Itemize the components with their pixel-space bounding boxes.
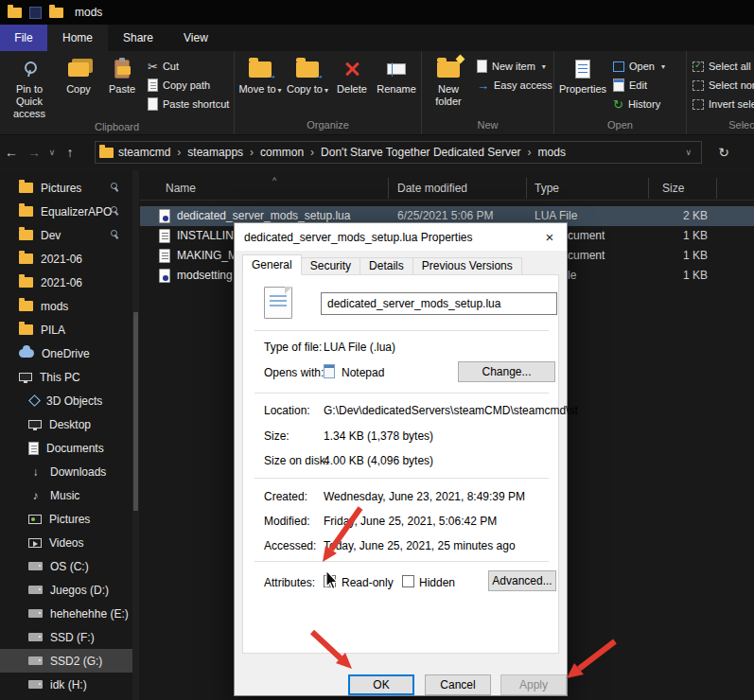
sidebar-item-onedrive[interactable]: OneDrive — [0, 341, 132, 365]
new-item-button[interactable]: New item ▾ — [473, 57, 554, 76]
back-icon[interactable]: ← — [0, 145, 23, 160]
copy-path-button[interactable]: Copy path — [144, 76, 233, 95]
select-none-button[interactable]: Select none — [689, 76, 754, 95]
advanced-button[interactable]: Advanced... — [488, 570, 556, 591]
sidebar-item-desktop[interactable]: Desktop — [0, 412, 132, 436]
sidebar-item-videos[interactable]: Videos — [0, 531, 132, 554]
breadcrumb-dst-server[interactable]: Don't Starve Together Dedicated Server — [316, 146, 526, 159]
sidebar-item-juegos-d[interactable]: Juegos (D:) — [0, 578, 132, 602]
refresh-icon[interactable]: ↻ — [711, 141, 736, 164]
tab-share[interactable]: Share — [108, 25, 168, 51]
sidebar-item-os-c[interactable]: OS (C:) — [0, 554, 132, 578]
sidebar-item-ssd-f[interactable]: SSD (F:) — [0, 625, 132, 649]
breadcrumb-mods[interactable]: mods — [534, 146, 570, 159]
copy-button[interactable]: Copy — [57, 53, 100, 120]
read-only-checkbox[interactable] — [324, 575, 336, 587]
sidebar-item-mods[interactable]: mods — [0, 294, 132, 318]
edit-label: Edit — [629, 79, 647, 91]
quick-access-toolbar-icon[interactable] — [29, 7, 42, 19]
paste-shortcut-icon — [148, 97, 158, 111]
sidebar-item-ssd2-g[interactable]: SSD2 (G:) — [0, 649, 132, 673]
dialog-titlebar: dedicated_server_mods_setup.lua Properti… — [235, 223, 567, 251]
sidebar-item-equalizerapo[interactable]: EqualizerAPO — [0, 200, 132, 223]
ok-button[interactable]: OK — [348, 674, 414, 695]
scrollbar-thumb[interactable] — [133, 312, 138, 511]
sidebar-item-pictures-quick[interactable]: Pictures — [0, 176, 132, 200]
breadcrumb-chevron-icon[interactable]: › — [248, 146, 255, 159]
tab-previous-versions[interactable]: Previous Versions — [412, 257, 522, 275]
sort-ascending-icon[interactable]: ^ — [272, 176, 276, 185]
column-divider[interactable] — [716, 178, 717, 199]
divider — [254, 393, 549, 394]
filename-input[interactable] — [321, 292, 557, 315]
sidebar-item-documents[interactable]: Documents — [0, 436, 132, 460]
change-button[interactable]: Change... — [458, 361, 555, 382]
sidebar-item-label: mods — [41, 300, 68, 313]
hidden-checkbox[interactable] — [402, 575, 414, 587]
sidebar-item-2021-06-a[interactable]: 2021-06 — [0, 247, 132, 271]
menu-file-button[interactable]: File — [0, 25, 47, 51]
tab-details[interactable]: Details — [359, 257, 413, 275]
column-header-size[interactable]: Size — [662, 182, 684, 195]
sidebar-item-pila[interactable]: PILA — [0, 318, 132, 341]
sidebar-scrollbar[interactable] — [132, 170, 139, 700]
sidebar-item-hehehehhe-e[interactable]: hehehehhe (E:) — [0, 602, 132, 625]
invert-selection-button[interactable]: Invert selection — [689, 95, 754, 114]
select-all-button[interactable]: Select all — [689, 57, 754, 76]
tab-home[interactable]: Home — [47, 25, 108, 51]
forward-icon[interactable]: → — [23, 145, 45, 160]
move-to-button[interactable]: Move to▾ — [237, 53, 284, 118]
new-folder-button[interactable]: New folder — [424, 53, 473, 118]
new-item-label: New item — [492, 61, 535, 72]
column-header-name[interactable]: Name — [166, 182, 196, 195]
cut-button[interactable]: ✂ Cut — [144, 57, 233, 76]
sidebar-item-idk-h[interactable]: idk (H:) — [0, 673, 132, 696]
breadcrumb-common[interactable]: common — [255, 146, 308, 159]
size-on-disk-label: Size on disk: — [264, 454, 328, 467]
sidebar-item-2021-06-b[interactable]: 2021-06 — [0, 271, 132, 294]
sidebar-item-this-pc[interactable]: This PC — [0, 365, 132, 389]
column-header-type[interactable]: Type — [535, 182, 559, 195]
sidebar-item-pictures[interactable]: Pictures — [0, 507, 132, 531]
address-bar[interactable]: steamcmd › steamapps › common › Don't St… — [95, 141, 702, 164]
file-size: 1 KB — [651, 229, 708, 242]
properties-button[interactable]: Properties — [556, 53, 609, 118]
sidebar-item-downloads[interactable]: ↓Downloads — [0, 460, 132, 483]
paste-shortcut-button[interactable]: Paste shortcut — [144, 95, 233, 114]
breadcrumb-steamapps[interactable]: steamapps — [183, 146, 248, 159]
apply-button[interactable]: Apply — [500, 674, 567, 695]
up-icon[interactable]: ↑ — [59, 145, 81, 160]
rename-button[interactable]: Rename — [373, 53, 420, 118]
paste-button[interactable]: Paste — [100, 53, 144, 120]
column-header-date-modified[interactable]: Date modified — [397, 182, 467, 195]
tab-security[interactable]: Security — [301, 257, 360, 275]
easy-access-button[interactable]: → Easy access ▾ — [473, 76, 554, 95]
new-folder-toolbar-icon[interactable] — [49, 8, 63, 18]
close-icon[interactable]: × — [533, 223, 567, 251]
edit-button[interactable]: Edit — [609, 76, 669, 95]
sidebar-item-music[interactable]: ♪Music — [0, 483, 132, 507]
tab-general[interactable]: General — [242, 254, 302, 275]
open-button[interactable]: Open ▾ — [609, 57, 669, 76]
sidebar-item-dev[interactable]: Dev — [0, 223, 132, 247]
column-divider[interactable] — [388, 178, 389, 199]
recent-locations-icon[interactable]: ∨ — [45, 148, 59, 157]
breadcrumb-chevron-icon[interactable]: › — [526, 146, 534, 159]
breadcrumb-steamcmd[interactable]: steamcmd — [114, 146, 175, 159]
invert-selection-label: Invert selection — [709, 98, 754, 110]
delete-button[interactable]: Delete — [331, 53, 373, 118]
address-history-icon[interactable]: ∨ — [679, 148, 697, 157]
tab-view[interactable]: View — [168, 25, 223, 51]
cancel-button[interactable]: Cancel — [425, 674, 491, 695]
pin-quick-access-button[interactable]: Pin to Quick access — [2, 53, 57, 120]
breadcrumb-chevron-icon[interactable]: › — [308, 146, 316, 159]
breadcrumb-chevron-icon[interactable]: › — [175, 146, 183, 159]
group-label-open: Open — [554, 118, 686, 134]
file-name: modsetting — [177, 269, 233, 282]
column-divider[interactable] — [648, 178, 649, 199]
column-divider[interactable] — [526, 178, 527, 199]
history-button[interactable]: ↻ History — [609, 95, 669, 114]
sidebar-item-3d-objects[interactable]: 3D Objects — [0, 389, 132, 412]
copy-label: Copy — [66, 83, 91, 96]
copy-to-button[interactable]: Copy to▾ — [284, 53, 331, 118]
